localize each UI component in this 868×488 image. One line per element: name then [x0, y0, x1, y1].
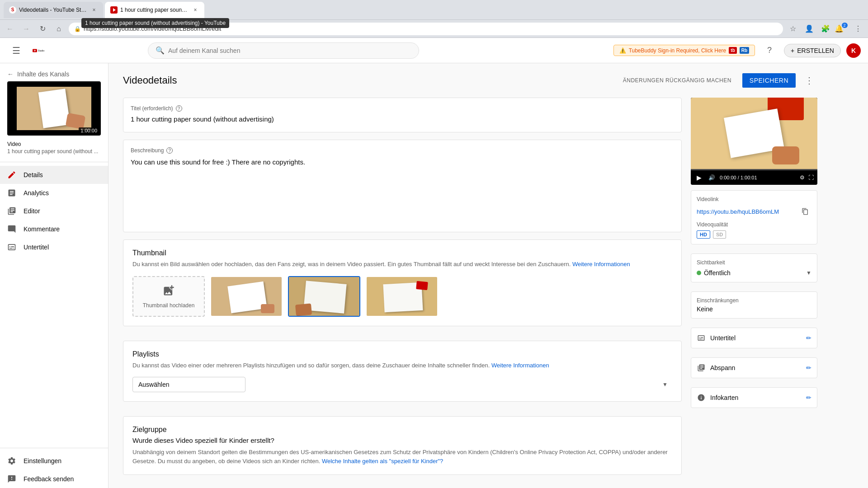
title-field-group: Titel (erforderlich) ? [123, 98, 682, 132]
thumbnail-more-link[interactable]: Weitere Informationen [572, 261, 630, 267]
abspann-feature-icon [697, 363, 706, 372]
thumbnail-section: Thumbnail Du kannst ein Bild auswählen o… [123, 239, 682, 326]
thumbnail-desc: Du kannst ein Bild auswählen oder hochla… [132, 260, 672, 269]
avatar[interactable]: K [846, 43, 861, 58]
thumbnail-option-3[interactable] [366, 276, 438, 317]
feature-panel-infokarten[interactable]: Infokarten ✏ [691, 387, 817, 408]
volume-button[interactable]: 🔊 [707, 173, 716, 182]
svg-text:Studio: Studio [38, 49, 44, 52]
tab-yt-video[interactable]: 1 hour cutting paper sound f... × [105, 2, 204, 18]
tab-tooltip: 1 hour cutting paper sound (without adve… [81, 18, 229, 28]
bookmarks-icon[interactable]: ☆ [787, 23, 799, 35]
menu-button[interactable]: ☰ [7, 42, 25, 60]
sidebar-item-feedback[interactable]: Feedback senden [0, 470, 108, 488]
video-scene [691, 98, 817, 169]
desc-textarea[interactable]: You can use this sound for free :) There… [131, 155, 674, 223]
details-icon [7, 170, 16, 179]
restrictions-panel: Einschränkungen Keine [691, 291, 817, 319]
abspann-feature-label: Abspann [710, 364, 735, 371]
back-to-channel[interactable]: ← Inhalte des Kanals [0, 63, 108, 81]
restrictions-label: Einschränkungen [697, 297, 811, 304]
title-input[interactable] [131, 113, 674, 125]
tab-yt-studio[interactable]: S Videodetails - YouTube Studio × [4, 2, 103, 18]
visibility-label: Sichtbarkeit [697, 259, 811, 266]
back-arrow-icon: ← [7, 70, 14, 78]
thumb-duration: 1:00:00 [79, 127, 99, 134]
fullscreen-button[interactable]: ⛶ [808, 174, 814, 181]
sidebar-item-analytics[interactable]: Analytics [0, 184, 108, 202]
title-help-icon[interactable]: ? [176, 105, 182, 112]
infokarten-edit-icon[interactable]: ✏ [806, 394, 811, 401]
analytics-label: Analytics [24, 189, 49, 197]
more-options-button[interactable]: ⋮ [801, 72, 817, 89]
video-url-link[interactable]: https://youtu.be/hquLBB6omLM [697, 208, 779, 215]
create-button[interactable]: + ERSTELLEN [784, 44, 841, 57]
form-grid: Titel (erforderlich) ? Beschreibung ? [123, 98, 817, 482]
feature-panel-untertitel[interactable]: Untertitel ✏ [691, 328, 817, 348]
sidebar-item-editor[interactable]: Editor [0, 202, 108, 220]
page-header: Videodetails ÄNDERUNGEN RÜCKGÄNGIG MACHE… [123, 72, 817, 89]
refresh-button[interactable]: ↻ [36, 23, 49, 35]
help-button[interactable]: ? [760, 42, 778, 60]
search-input[interactable] [168, 47, 411, 54]
title-label-text: Titel (erforderlich) [131, 105, 173, 112]
playlists-more-link[interactable]: Weitere Informationen [491, 362, 549, 369]
sidebar-video-info: Video 1 hour cutting paper sound (withou… [0, 139, 108, 158]
abspann-edit-icon[interactable]: ✏ [806, 364, 811, 371]
logo[interactable]: Studio [33, 46, 47, 56]
visibility-select[interactable]: Öffentlich ▼ [697, 269, 811, 277]
untertitel-edit-icon[interactable]: ✏ [806, 334, 811, 342]
zielgruppe-link[interactable]: Welche Inhalte gelten als "speziell für … [322, 458, 443, 465]
details-label: Details [24, 171, 43, 178]
sidebar-item-untertitel[interactable]: Untertitel [0, 238, 108, 256]
sidebar-item-kommentare[interactable]: Kommentare [0, 220, 108, 238]
home-button[interactable]: ⌂ [52, 23, 65, 35]
undo-button[interactable]: ÄNDERUNGEN RÜCKGÄNGIG MACHEN [618, 74, 737, 87]
lock-icon: 🔒 [74, 26, 81, 32]
copy-link-button[interactable] [799, 205, 811, 218]
title-label: Titel (erforderlich) ? [131, 105, 674, 112]
play-button[interactable]: ▶ [694, 173, 703, 182]
settings-icon[interactable]: ⋮ [852, 23, 864, 35]
profile-icon[interactable]: 👤 [803, 23, 816, 35]
video-type-label: Video [7, 141, 101, 147]
einstellungen-label: Einstellungen [24, 457, 61, 465]
video-title-sidebar: 1 hour cutting paper sound (without ... [7, 148, 101, 155]
playlists-select[interactable]: Auswählen [132, 377, 245, 392]
yt-favicon [110, 6, 118, 14]
sidebar-item-details[interactable]: Details [0, 166, 108, 184]
progress-bar[interactable] [691, 169, 817, 170]
feature-panel-abspann[interactable]: Abspann ✏ [691, 357, 817, 378]
feature-left-untertitel: Untertitel [697, 333, 736, 343]
extensions-icon[interactable]: 🧩 [819, 23, 832, 35]
create-label: ERSTELLEN [797, 47, 834, 54]
thumbnail-upload[interactable]: Thumbnail hochladen [132, 276, 205, 317]
desc-help-icon[interactable]: ? [166, 147, 173, 154]
save-button[interactable]: SPEICHERN [742, 73, 796, 88]
thumbnail-option-1[interactable] [210, 276, 283, 317]
form-left: Titel (erforderlich) ? Beschreibung ? [123, 98, 682, 482]
select-arrow-icon: ▼ [662, 381, 668, 388]
thumb-placeholder: 1:00:00 [7, 81, 101, 136]
sidebar-bottom: Einstellungen Feedback senden [0, 452, 108, 488]
notifications-icon[interactable]: 🔔2 [835, 23, 848, 35]
tab-yt-video-close[interactable]: × [192, 6, 199, 14]
sidebar-item-einstellungen[interactable]: Einstellungen [0, 452, 108, 470]
search-bar: 🔍 [148, 42, 419, 59]
thumbnail-title: Thumbnail [132, 249, 672, 257]
page-title: Videodetails [123, 75, 177, 86]
back-button[interactable]: ← [4, 23, 16, 35]
svg-text:S: S [11, 7, 14, 12]
forward-button[interactable]: → [20, 23, 33, 35]
tubebuddy-banner[interactable]: ⚠️ TubeBuddy Sign-in Required, Click Her… [613, 45, 755, 56]
visibility-chevron-icon: ▼ [806, 270, 811, 276]
tab-yt-video-title: 1 hour cutting paper sound f... [120, 7, 189, 13]
feedback-icon [7, 474, 16, 483]
video-hand [772, 146, 799, 164]
tab-yt-studio-close[interactable]: × [90, 6, 98, 14]
time-display: 0:00:00 / 1:00:01 [720, 175, 796, 180]
thumbnail-option-2[interactable] [288, 276, 360, 317]
desc-label-text: Beschreibung [131, 147, 164, 154]
settings-button[interactable]: ⚙ [800, 174, 805, 181]
sidebar-divider-1 [0, 162, 108, 162]
